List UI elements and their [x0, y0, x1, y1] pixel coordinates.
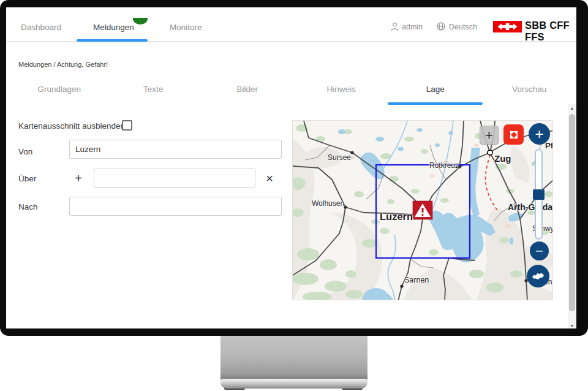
breadcrumb: Meldungen / Achtung, Gefahr!	[18, 61, 108, 68]
scrollbar-thumb[interactable]	[569, 114, 575, 311]
von-label: Von	[18, 147, 32, 156]
tab-grundlagen[interactable]: Grundlagen	[12, 85, 107, 102]
active-tab-underline	[388, 102, 483, 105]
new-messages-indicator-icon	[133, 18, 148, 25]
nav-item-meldungen[interactable]: Meldungen	[93, 23, 134, 32]
nach-input[interactable]	[69, 197, 282, 216]
tab-vorschau[interactable]: Vorschau	[483, 85, 577, 102]
nach-label: Nach	[18, 202, 38, 211]
zoom-out-button[interactable]: −	[530, 241, 549, 260]
layer-button[interactable]: +	[480, 126, 499, 145]
tab-lage[interactable]: Lage	[388, 85, 483, 102]
map-artwork	[293, 121, 553, 300]
tab-texte[interactable]: Texte	[107, 85, 201, 102]
map-canvas[interactable]: Sursee Wolhusen Luzern Rotkreuz Zug Arth…	[292, 120, 553, 300]
hide-map-checkbox[interactable]	[122, 120, 132, 131]
screen: Dashboard Meldungen Monitore admin Deuts…	[6, 7, 576, 328]
hide-map-label: Kartenausschnitt ausblenden	[18, 121, 125, 131]
tab-hinweis[interactable]: Hinweis	[295, 85, 389, 102]
monitor-stand-base	[221, 379, 368, 389]
active-nav-underline	[77, 39, 148, 42]
warning-marker-icon	[413, 201, 432, 219]
brand-text: SBB CFF FFS	[525, 20, 576, 43]
pan-arrows-icon	[505, 126, 522, 143]
tab-bilder[interactable]: Bilder	[200, 85, 295, 102]
nav-item-monitore[interactable]: Monitore	[170, 23, 202, 32]
ueber-label: Über	[18, 174, 36, 183]
ueber-input[interactable]	[94, 169, 255, 188]
add-via-button[interactable]: +	[72, 172, 85, 185]
user-menu[interactable]: admin	[402, 23, 423, 31]
scrollbar-down-arrow[interactable]: ▼	[568, 322, 576, 328]
globe-icon	[437, 22, 445, 32]
clear-via-button[interactable]: ×	[263, 172, 276, 185]
scrollbar-up-arrow[interactable]: ▲	[568, 104, 576, 112]
monitor-stand-neck	[221, 330, 368, 381]
language-selector[interactable]: Deutsch	[449, 23, 477, 31]
page-scrollbar[interactable]: ▲ ▼	[568, 104, 576, 328]
nav-item-dashboard[interactable]: Dashboard	[21, 23, 61, 32]
monitor-frame: Dashboard Meldungen Monitore admin Deuts…	[0, 0, 588, 336]
reset-extent-button[interactable]	[527, 265, 549, 287]
zoom-in-button[interactable]: +	[529, 123, 550, 145]
zoom-slider-handle[interactable]	[533, 189, 545, 200]
user-icon	[391, 22, 399, 33]
von-input[interactable]	[69, 140, 282, 159]
switzerland-icon	[532, 272, 545, 281]
app-header: Dashboard Meldungen Monitore admin Deuts…	[6, 7, 576, 42]
pan-mode-button[interactable]	[503, 124, 524, 145]
sbb-logo-icon	[493, 21, 522, 32]
tab-bar: Grundlagen Texte Bilder Hinweis Lage Vor…	[12, 85, 576, 102]
